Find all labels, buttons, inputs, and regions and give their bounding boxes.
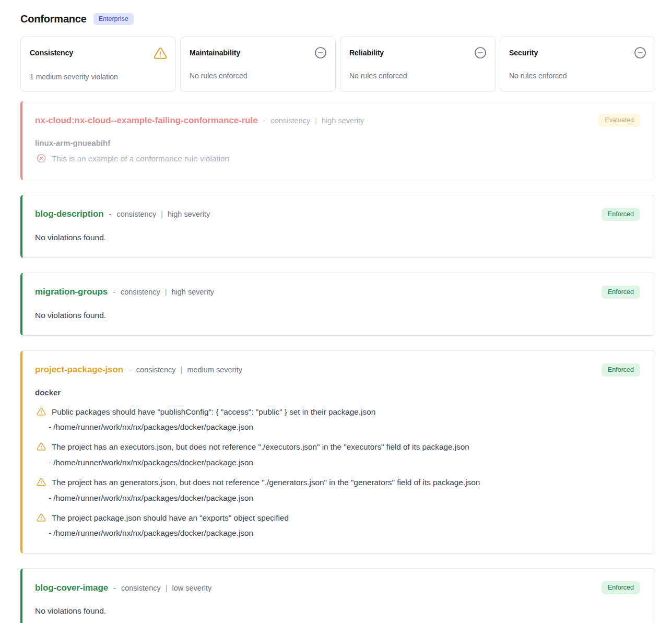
- rule-severity: high severity: [168, 210, 210, 218]
- violation-path: - /home/runner/work/nx/nx/packages/docke…: [35, 528, 640, 538]
- warning-triangle-icon: [37, 442, 46, 451]
- summary-card-security: Security No rules enforced: [500, 37, 655, 92]
- rule-severity: high severity: [322, 116, 364, 125]
- dash-separator: -: [113, 288, 115, 296]
- page-title: Conformance: [20, 13, 87, 25]
- summary-card-status: 1 medium severity violation: [30, 73, 167, 81]
- warning-triangle-icon: [37, 513, 46, 522]
- rule-severity: high severity: [172, 288, 214, 296]
- status-badge: Enforced: [602, 286, 640, 299]
- circle-minus-icon: [314, 46, 327, 59]
- status-badge: Enforced: [602, 208, 640, 221]
- project-name: linux-arm-gnueabihf: [35, 138, 640, 147]
- violation-message: The project has an executors.json, but d…: [52, 442, 469, 453]
- rule-category: consistency: [136, 366, 176, 374]
- violation-message: The project has an generators.json, but …: [52, 477, 480, 488]
- enterprise-badge: Enterprise: [93, 13, 134, 25]
- summary-card-title: Reliability: [349, 46, 384, 57]
- rule-category: consistency: [121, 584, 161, 592]
- rule-card-migration-groups: migration-groups - consistency | high se…: [20, 273, 655, 336]
- status-badge: Evaluated: [598, 114, 640, 127]
- summary-card-status: No rules enforced: [190, 72, 327, 80]
- violation-path: - /home/runner/work/nx/nx/packages/docke…: [35, 493, 640, 503]
- dash-separator: -: [113, 584, 116, 592]
- warning-triangle-icon: [154, 46, 167, 60]
- circle-minus-icon: [474, 46, 487, 59]
- summary-card-reliability: Reliability No rules enforced: [340, 37, 496, 92]
- rule-category: consistency: [121, 288, 160, 296]
- rule-name-link[interactable]: blog-cover-image: [35, 583, 108, 593]
- rule-severity: medium severity: [187, 366, 242, 374]
- dash-separator: -: [109, 210, 112, 218]
- summary-card-status: No rules enforced: [349, 72, 487, 80]
- pipe-separator: |: [165, 288, 167, 296]
- rule-card-project-package-json: project-package-json - consistency | med…: [20, 350, 655, 554]
- rule-category: consistency: [270, 116, 310, 125]
- violation-message: This is an example of a conformance rule…: [52, 154, 229, 164]
- pipe-separator: |: [161, 210, 163, 218]
- dash-separator: -: [128, 366, 131, 374]
- pipe-separator: |: [166, 584, 168, 592]
- warning-triangle-icon: [37, 477, 46, 487]
- violation-path: - /home/runner/work/nx/nx/packages/docke…: [35, 422, 640, 432]
- pipe-separator: |: [181, 366, 183, 374]
- no-violations-text: No violations found.: [35, 311, 640, 320]
- violation-message: Public packages should have "publishConf…: [52, 407, 375, 418]
- project-name: docker: [35, 388, 640, 397]
- summary-card-status: No rules enforced: [509, 72, 646, 80]
- no-violations-text: No violations found.: [35, 233, 640, 242]
- summary-card-maintainability: Maintainability No rules enforced: [180, 37, 336, 92]
- summary-card-title: Consistency: [30, 46, 73, 57]
- rule-name-link[interactable]: nx-cloud:nx-cloud--example-failing-confo…: [35, 115, 258, 126]
- circle-minus-icon: [634, 46, 646, 59]
- rule-name-link[interactable]: blog-description: [35, 209, 104, 219]
- dash-separator: -: [263, 116, 266, 125]
- rule-severity: low severity: [172, 584, 212, 592]
- warning-triangle-icon: [37, 407, 46, 416]
- no-violations-text: No violations found.: [35, 606, 640, 616]
- page-header: Conformance Enterprise: [20, 13, 655, 25]
- rule-category: consistency: [116, 210, 156, 218]
- x-circle-icon: [37, 154, 46, 163]
- rule-card-blog-cover-image: blog-cover-image - consistency | low sev…: [20, 568, 655, 623]
- rule-card-blog-description: blog-description - consistency | high se…: [20, 195, 655, 258]
- pipe-separator: |: [315, 116, 317, 125]
- status-badge: Enforced: [602, 363, 640, 377]
- rule-card-example-failing: nx-cloud:nx-cloud--example-failing-confo…: [20, 101, 655, 180]
- violation-path: - /home/runner/work/nx/nx/packages/docke…: [35, 458, 640, 467]
- status-badge: Enforced: [602, 581, 640, 594]
- rule-name-link[interactable]: project-package-json: [35, 365, 123, 375]
- summary-card-consistency: Consistency 1 medium severity violation: [20, 37, 176, 92]
- summary-cards-row: Consistency 1 medium severity violation …: [20, 37, 655, 92]
- violation-message: The project package.json should have an …: [52, 513, 289, 524]
- summary-card-title: Security: [509, 46, 538, 57]
- rule-name-link[interactable]: migration-groups: [35, 287, 108, 297]
- summary-card-title: Maintainability: [190, 46, 240, 57]
- conformance-page: Conformance Enterprise Consistency 1 med…: [0, 0, 672, 623]
